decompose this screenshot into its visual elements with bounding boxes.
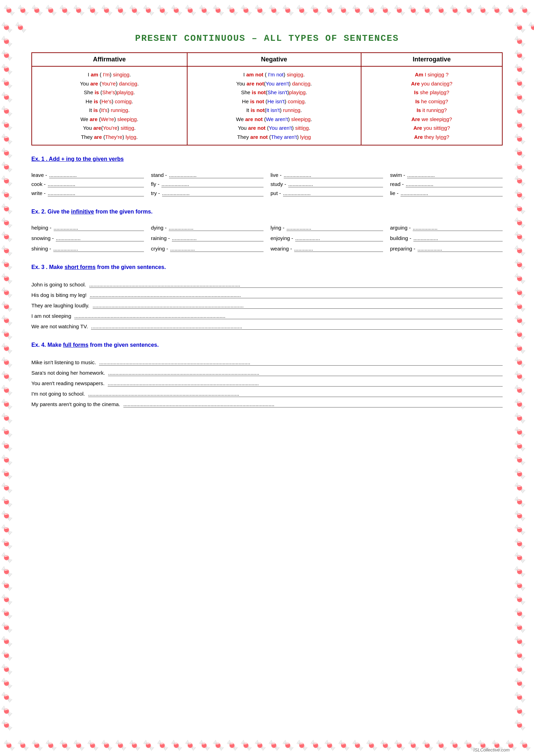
ex1-item-swim: swim - ................... (390, 172, 503, 178)
exercise-3: Ex. 3 . Make short forms from the given … (31, 264, 503, 330)
ex1-title: Ex. 1 . Add + ing to the given verbs (31, 156, 503, 162)
ex1-item-study: study - ................. (270, 181, 383, 187)
exercise-1: Ex. 1 . Add + ing to the given verbs lea… (31, 156, 503, 196)
ex2-item-arguing: arguing - ................. (390, 225, 503, 231)
ex2-item-shining: shining - ................. (31, 246, 144, 252)
main-content: PRESENT CONTINUOUS – ALL TYPES OF SENTEN… (28, 24, 506, 423)
header-interrogative: Interrogative (361, 53, 502, 66)
ex2-item-raining: raining - ................. (151, 235, 264, 241)
ex2-item-dying: dying - ................. (151, 225, 264, 231)
ex1-item-put: put - ................... (270, 190, 383, 196)
border-left: (function(){ const el = document.querySe… (0, 21, 21, 735)
ex2-item-wearing: wearing - ............. (270, 246, 383, 252)
affirmative-cell: I am ( I'm) singing. You are (You're) da… (32, 66, 187, 145)
ex2-item-preparing: preparing - ................. (390, 246, 503, 252)
ex2-item-crying: crying - ................. (151, 246, 264, 252)
ex4-sentence-5: My parents aren't going to the cinema. .… (31, 401, 503, 407)
ex3-title: Ex. 3 . Make short forms from the given … (31, 264, 503, 270)
ex3-sentence-4: I am not sleeping ......................… (31, 313, 503, 319)
ex2-grid: helping - ................. dying - ....… (31, 225, 503, 252)
exercise-4: Ex. 4. Make full forms from the given se… (31, 342, 503, 407)
ex2-item-lying: lying - ................. (270, 225, 383, 231)
header-negative: Negative (187, 53, 361, 66)
ex3-sentence-3: They are laughing loudly. ..............… (31, 302, 503, 309)
interrogative-cell: Am I singing ? Are you dancing? Is she p… (361, 66, 502, 145)
ex2-title: Ex. 2. Give the infinitive from the give… (31, 209, 503, 215)
ex1-item-fly: fly - ................... (151, 181, 264, 187)
ex4-sentence-4: I'm not going to school. ...............… (31, 391, 503, 397)
negative-cell: I am not ( I'm not) singing. You are not… (187, 66, 361, 145)
ex1-item-lie: lie - ................... (390, 190, 503, 196)
border-top: (function(){ const top = document.queryS… (0, 0, 534, 21)
ex2-item-snowing: snowing - ................. (31, 235, 144, 241)
ex4-sentence-2: Sara's not doing her homework. .........… (31, 370, 503, 376)
ex3-sentence-1: John is going to school. ...............… (31, 282, 503, 288)
ex1-item-live: live - ................... (270, 172, 383, 178)
grammar-table: Affirmative Negative Interrogative I am … (31, 52, 503, 145)
page-title: PRESENT CONTINUOUS – ALL TYPES OF SENTEN… (31, 33, 503, 44)
ex3-sentence-5: We are not watching TV. ................… (31, 323, 503, 330)
watermark: ISLCollective.com (473, 747, 510, 753)
ex1-item-try: try - ................... (151, 190, 264, 196)
header-affirmative: Affirmative (32, 53, 187, 66)
ex1-item-stand: stand - ................... (151, 172, 264, 178)
ex1-item-write: write - ................... (31, 190, 144, 196)
ex4-sentence-1: Mike isn't listening to music. .........… (31, 359, 503, 366)
ex1-grid: leave - ................... stand - ....… (31, 172, 503, 196)
ex1-item-cook: cook - ................... (31, 181, 144, 187)
exercise-2: Ex. 2. Give the infinitive from the give… (31, 209, 503, 252)
ex1-item-leave: leave - ................... (31, 172, 144, 178)
border-right: (function(){ const el = document.querySe… (513, 21, 534, 735)
ex2-item-helping: helping - ................. (31, 225, 144, 231)
ex4-title: Ex. 4. Make full forms from the given se… (31, 342, 503, 348)
ex3-sentence-2: His dog is biting my leg! ..............… (31, 292, 503, 298)
ex2-item-building: building - ................. (390, 235, 503, 241)
ex2-item-enjoying: enjoying - ................. (270, 235, 383, 241)
border-bottom: (function(){ const el = document.querySe… (0, 735, 534, 756)
ex4-sentence-3: You aren't reading newspapers. .........… (31, 380, 503, 387)
ex1-item-read: read - ................... (390, 181, 503, 187)
